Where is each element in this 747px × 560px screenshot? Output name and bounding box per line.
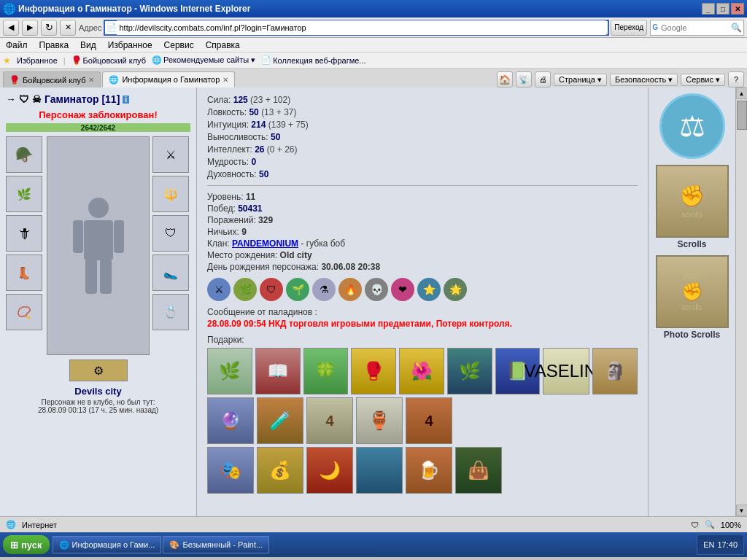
- equip-head[interactable]: 🪖: [6, 136, 42, 173]
- equip-arms-left[interactable]: 🌿: [6, 176, 42, 212]
- equip-gloves[interactable]: 🔱: [152, 176, 189, 212]
- window-controls[interactable]: _ □ ✕: [702, 3, 744, 15]
- gift-18[interactable]: 🍺: [406, 447, 452, 494]
- gift-15[interactable]: 💰: [257, 447, 303, 494]
- taskbar-item-1[interactable]: 🎨 Безымянный - Paint...: [163, 536, 269, 553]
- scales-icon[interactable]: ⚖: [659, 93, 725, 159]
- gift-19[interactable]: 👜: [455, 447, 502, 494]
- google-logo: G: [652, 23, 658, 31]
- tab-close-0[interactable]: ✕: [88, 76, 94, 84]
- close-button[interactable]: ✕: [731, 3, 744, 15]
- address-toolbar: ◀ ▶ ↻ ✕ Адрес 📄 Переход G 🔍: [0, 18, 747, 38]
- tab-0[interactable]: 🥊 Бойцовский клуб ✕: [3, 71, 101, 88]
- equip-boots[interactable]: 🥿: [152, 254, 189, 291]
- badge-4[interactable]: 🌱: [286, 278, 309, 301]
- paladin-msg-label: Сообщение от паладинов :: [207, 307, 638, 317]
- scroll-icon[interactable]: ✊ scrolls: [656, 165, 729, 238]
- fav-item-1[interactable]: 🥊 Бойцовский клуб: [71, 55, 146, 65]
- badge-9[interactable]: ⭐: [417, 278, 441, 301]
- menu-file[interactable]: Файл: [6, 40, 28, 50]
- search-icon[interactable]: 🔍: [731, 23, 742, 33]
- chest-icon: ⚔: [155, 139, 187, 171]
- stat-strength: Сила: 125 (23 + 102): [207, 95, 638, 105]
- menu-edit[interactable]: Правка: [39, 40, 69, 50]
- gift-7[interactable]: VASELINE: [543, 348, 589, 394]
- menu-help[interactable]: Справка: [206, 40, 240, 50]
- tab-1[interactable]: 🌐 Информация о Гаминатор ✕: [102, 71, 235, 88]
- menu-view[interactable]: Вид: [80, 40, 96, 50]
- tab-close-1[interactable]: ✕: [222, 76, 228, 84]
- go-button[interactable]: Переход: [611, 20, 647, 36]
- info-losses: Поражений: 329: [207, 215, 638, 225]
- badge-3[interactable]: 🛡: [260, 278, 283, 301]
- equip-weapon[interactable]: 🗡: [6, 215, 42, 252]
- status-icon: 🌐: [6, 520, 16, 529]
- fav-item-3[interactable]: 📄 Коллекция веб-фрагме...: [261, 55, 365, 65]
- system-tray: EN 17:40: [697, 534, 744, 555]
- zoom-label: 🔍: [705, 520, 715, 529]
- char-info-icon[interactable]: i: [123, 96, 129, 104]
- home-button[interactable]: 🏠: [497, 71, 513, 88]
- gift-11[interactable]: 4: [306, 397, 353, 444]
- menu-favorites[interactable]: Избранное: [108, 40, 152, 50]
- address-input[interactable]: [117, 20, 607, 35]
- badge-10[interactable]: 🌟: [444, 278, 467, 301]
- rss-button[interactable]: 📡: [516, 71, 532, 88]
- stat-wisdom: Мудрость: 0: [207, 157, 638, 167]
- gift-4[interactable]: 🌺: [399, 348, 444, 394]
- page-button[interactable]: Страница ▾: [554, 74, 607, 86]
- equip-ring[interactable]: 💍: [152, 294, 189, 330]
- armor-icon: 🛡: [155, 217, 187, 249]
- fav-item-2[interactable]: 🌐 Рекомендуемые сайты ▾: [152, 55, 255, 65]
- gift-12[interactable]: 🏺: [356, 397, 403, 444]
- gift-17[interactable]: [356, 447, 403, 494]
- badge-1[interactable]: ⚔: [207, 278, 231, 301]
- taskbar-item-0[interactable]: 🌐 Информация о Гами...: [53, 536, 162, 553]
- equip-armor[interactable]: 🛡: [152, 215, 189, 252]
- back-button[interactable]: ◀: [3, 20, 19, 36]
- search-input[interactable]: [658, 20, 731, 35]
- gift-14[interactable]: 🎭: [207, 447, 254, 494]
- start-button[interactable]: ⊞ пуск: [3, 535, 50, 554]
- gift-10[interactable]: 🧪: [257, 397, 303, 444]
- refresh-button[interactable]: ↻: [41, 20, 57, 36]
- badge-6[interactable]: 🔥: [338, 278, 362, 301]
- badge-2[interactable]: 🌿: [233, 278, 257, 301]
- gift-1[interactable]: 📖: [255, 348, 301, 394]
- minimize-button[interactable]: _: [702, 3, 715, 15]
- tab-icon-0: 🥊: [9, 75, 20, 85]
- gift-3[interactable]: 🥊: [351, 348, 396, 394]
- gift-8[interactable]: 🗿: [592, 348, 638, 394]
- photo-scroll-icon[interactable]: photo ✊ scrolls: [656, 255, 729, 328]
- maximize-button[interactable]: □: [716, 3, 729, 15]
- menu-tools[interactable]: Сервис: [164, 40, 194, 50]
- stop-button[interactable]: ✕: [60, 20, 76, 36]
- fav-icon-2: 🌐: [152, 55, 162, 65]
- gift-5[interactable]: 🌿: [447, 348, 492, 394]
- scroll-down-btn[interactable]: ▼: [736, 505, 748, 516]
- gift-2[interactable]: 🍀: [303, 348, 349, 394]
- badge-5[interactable]: ⚗: [312, 278, 336, 301]
- clan-link[interactable]: PANDEMONIUM: [232, 238, 298, 249]
- scroll-thumb[interactable]: [737, 101, 747, 130]
- gift-0[interactable]: 🌿: [207, 348, 252, 394]
- gift-13[interactable]: 4: [406, 397, 452, 444]
- favorites-label[interactable]: Избранное: [17, 56, 58, 65]
- blocked-message: Персонаж заблокирован!: [6, 109, 190, 120]
- service-button[interactable]: Сервис ▾: [681, 74, 725, 86]
- equip-chest[interactable]: ⚔: [152, 136, 189, 173]
- forward-button[interactable]: ▶: [22, 20, 38, 36]
- equip-legs[interactable]: 👢: [6, 254, 42, 291]
- help-button[interactable]: ?: [728, 71, 744, 88]
- gift-16[interactable]: 🌙: [306, 447, 353, 494]
- gift-9[interactable]: 🔮: [207, 397, 254, 444]
- security-button[interactable]: Безопасность ▾: [610, 74, 678, 86]
- badge-8[interactable]: ❤: [391, 278, 414, 301]
- badge-7[interactable]: 💀: [365, 278, 388, 301]
- equip-amulet[interactable]: 📿: [6, 294, 42, 330]
- scroll-up-btn[interactable]: ▲: [736, 88, 748, 99]
- legs-icon: 👢: [8, 257, 40, 289]
- print-button[interactable]: 🖨: [535, 71, 551, 88]
- status-right: 🛡 🔍 100%: [691, 520, 741, 529]
- scrollbar[interactable]: ▲ ▼: [735, 88, 747, 516]
